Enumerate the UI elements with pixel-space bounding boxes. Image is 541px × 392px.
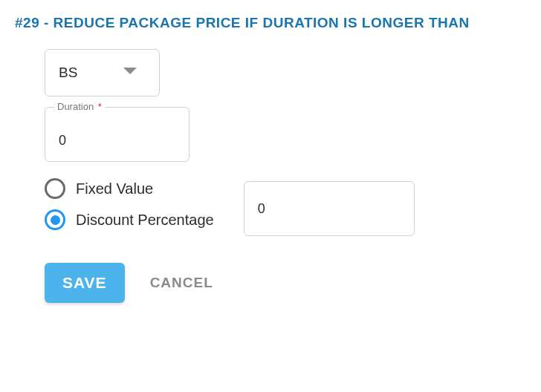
duration-input[interactable]: [45, 108, 189, 161]
save-button[interactable]: SAVE: [45, 263, 125, 303]
radio-fixed-label: Fixed Value: [76, 180, 153, 197]
radio-unchecked-icon: [45, 178, 65, 199]
type-select[interactable]: BS: [45, 49, 160, 97]
radio-discount-percentage[interactable]: Discount Percentage: [45, 209, 214, 230]
type-select-value: BS: [59, 65, 77, 81]
amount-field[interactable]: [244, 181, 415, 236]
cancel-button[interactable]: CANCEL: [150, 275, 213, 291]
amount-input[interactable]: [244, 182, 414, 235]
required-mark: *: [98, 101, 102, 112]
duration-field[interactable]: Duration *: [45, 107, 189, 162]
radio-percentage-label: Discount Percentage: [76, 212, 214, 229]
duration-label: Duration *: [54, 101, 105, 112]
radio-checked-icon: [45, 209, 65, 230]
radio-fixed-value[interactable]: Fixed Value: [45, 178, 214, 199]
chevron-down-icon: [123, 68, 137, 75]
page-title: #29 - REDUCE PACKAGE PRICE IF DURATION I…: [15, 15, 526, 31]
discount-type-radio-group: Fixed Value Discount Percentage: [45, 177, 214, 230]
